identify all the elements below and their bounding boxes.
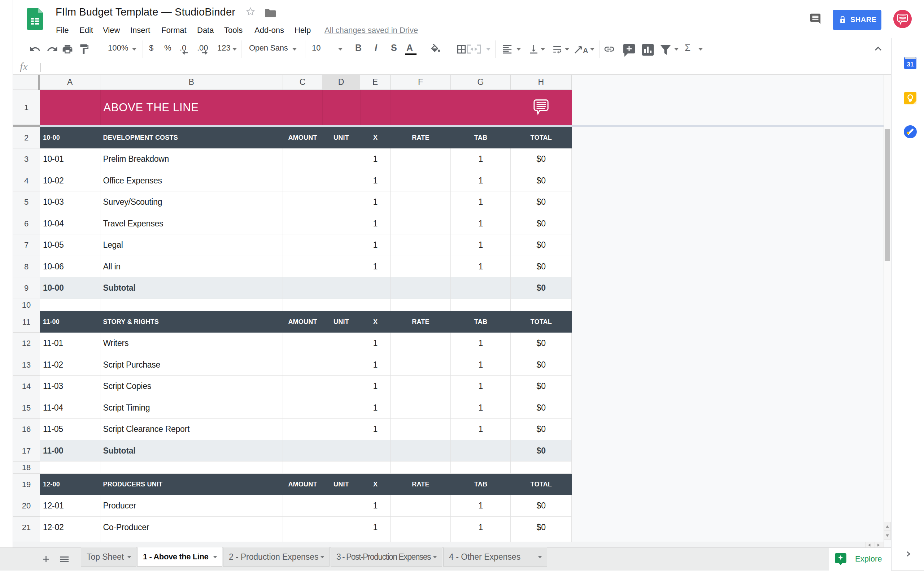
svg-text:A: A <box>583 46 588 55</box>
svg-text:31: 31 <box>907 61 914 68</box>
